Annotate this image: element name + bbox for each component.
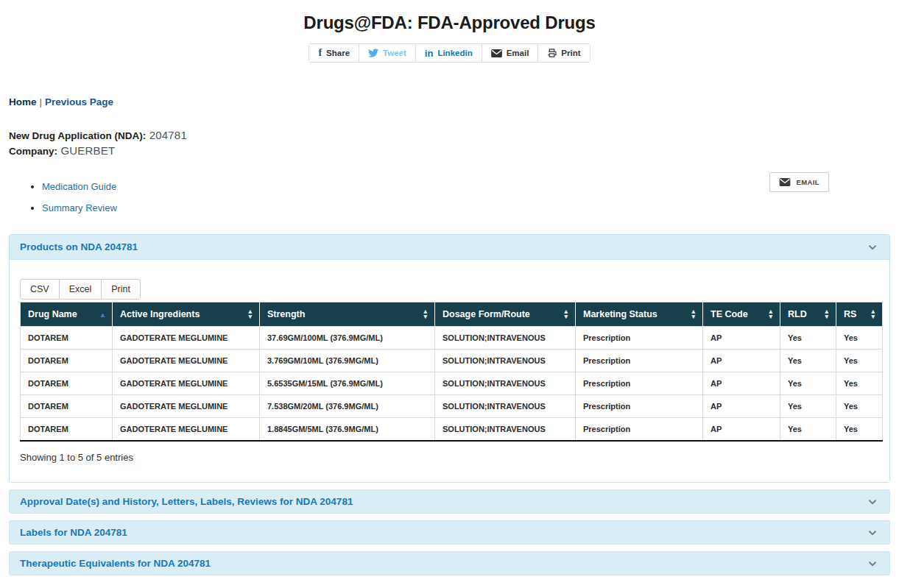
application-info: New Drug Application (NDA): 204781 Compa… — [9, 128, 890, 159]
twitter-icon — [368, 49, 378, 57]
share-label: Share — [326, 49, 350, 57]
share-linkedin-button[interactable]: in Linkedin — [416, 44, 482, 62]
table-row: DOTAREMGADOTERATE MEGLUMINE1.8845GM/5ML … — [21, 418, 883, 442]
nda-label: New Drug Application (NDA): — [9, 130, 146, 141]
nda-value: 204781 — [149, 129, 187, 141]
cell-rld: Yes — [780, 350, 836, 372]
products-panel-body: CSV Excel Print Drug Name▴Active Ingredi… — [10, 260, 889, 482]
cell-drug-name: DOTAREM — [21, 350, 113, 372]
cell-rld: Yes — [780, 327, 836, 350]
list-item: Summary Review — [42, 202, 890, 213]
column-header-drug-name[interactable]: Drug Name▴ — [21, 302, 113, 327]
accordion-labels[interactable]: Labels for NDA 204781 — [9, 520, 890, 545]
print-export-button[interactable]: Print — [101, 279, 141, 300]
column-header-marketing-status[interactable]: Marketing Status▴▾ — [576, 302, 703, 327]
sort-ascending-icon: ▴ — [101, 311, 105, 319]
company-value: GUERBET — [60, 144, 115, 157]
breadcrumb-previous-page-link[interactable]: Previous Page — [45, 96, 113, 107]
cell-rld: Yes — [780, 372, 836, 395]
table-row: DOTAREMGADOTERATE MEGLUMINE5.6535GM/15ML… — [21, 372, 883, 395]
sort-both-icon: ▴▾ — [248, 309, 252, 319]
column-header-te-code[interactable]: TE Code▴▾ — [703, 302, 780, 327]
share-twitter-button[interactable]: Tweet — [359, 44, 416, 62]
cell-dosage-form-route: SOLUTION;INTRAVENOUS — [435, 418, 576, 442]
company-label: Company: — [9, 146, 57, 157]
chevron-down-icon — [866, 241, 879, 254]
products-accordion-header[interactable]: Products on NDA 204781 — [10, 235, 889, 260]
accordion-approval-history[interactable]: Approval Date(s) and History, Letters, L… — [9, 489, 890, 514]
sort-both-icon: ▴▾ — [871, 309, 875, 319]
products-table-header-row: Drug Name▴Active Ingredients▴▾Strength▴▾… — [21, 302, 883, 327]
export-button-group: CSV Excel Print — [20, 279, 141, 300]
document-link-list: Medication Guide Summary Review — [42, 181, 890, 213]
products-panel-title: Products on NDA 204781 — [20, 241, 138, 252]
cell-te-code: AP — [703, 327, 780, 350]
cell-rs: Yes — [836, 372, 883, 395]
cell-dosage-form-route: SOLUTION;INTRAVENOUS — [435, 327, 576, 350]
linkedin-icon: in — [425, 48, 434, 59]
cell-strength: 1.8845GM/5ML (376.9MG/ML) — [260, 418, 435, 442]
breadcrumb: Home|Previous Page — [9, 96, 890, 107]
cell-marketing-status: Prescription — [576, 395, 703, 418]
column-header-rs[interactable]: RS▴▾ — [836, 302, 883, 327]
column-header-strength[interactable]: Strength▴▾ — [260, 302, 435, 327]
products-table-body: DOTAREMGADOTERATE MEGLUMINE37.69GM/100ML… — [21, 327, 883, 442]
share-print-button[interactable]: Print — [538, 44, 589, 62]
cell-marketing-status: Prescription — [576, 418, 703, 442]
cell-strength: 5.6535GM/15ML (376.9MG/ML) — [260, 372, 435, 395]
column-label: Strength — [267, 309, 305, 319]
cell-te-code: AP — [703, 350, 780, 372]
sort-both-icon: ▴▾ — [423, 309, 427, 319]
summary-review-link[interactable]: Summary Review — [42, 202, 117, 213]
facebook-icon: f — [318, 47, 322, 59]
cell-drug-name: DOTAREM — [21, 395, 113, 418]
email-icon — [491, 49, 502, 57]
cell-rs: Yes — [836, 395, 883, 418]
table-row: DOTAREMGADOTERATE MEGLUMINE37.69GM/100ML… — [21, 327, 883, 350]
cell-rld: Yes — [780, 395, 836, 418]
csv-export-button[interactable]: CSV — [20, 279, 60, 300]
email-label: Email — [507, 49, 529, 57]
cell-te-code: AP — [703, 372, 780, 395]
sort-both-icon: ▴▾ — [769, 309, 772, 319]
envelope-icon — [779, 178, 791, 186]
email-page-button[interactable]: EMAIL — [769, 172, 829, 192]
breadcrumb-home-link[interactable]: Home — [9, 96, 37, 107]
cell-te-code: AP — [703, 395, 780, 418]
column-label: Drug Name — [28, 309, 77, 319]
cell-active-ingredients: GADOTERATE MEGLUMINE — [113, 327, 260, 350]
cell-strength: 3.769GM/10ML (376.9MG/ML) — [260, 350, 435, 372]
list-item: Medication Guide — [42, 181, 890, 192]
cell-active-ingredients: GADOTERATE MEGLUMINE — [113, 418, 260, 442]
medication-guide-link[interactable]: Medication Guide — [42, 181, 116, 192]
cell-dosage-form-route: SOLUTION;INTRAVENOUS — [435, 350, 576, 372]
cell-rs: Yes — [836, 418, 883, 442]
products-table: Drug Name▴Active Ingredients▴▾Strength▴▾… — [20, 302, 883, 442]
table-row: DOTAREMGADOTERATE MEGLUMINE7.538GM/20ML … — [21, 395, 883, 418]
company-line: Company: GUERBET — [9, 144, 890, 159]
sort-both-icon: ▴▾ — [691, 309, 695, 319]
share-email-button[interactable]: Email — [482, 44, 539, 62]
column-header-active-ingredients[interactable]: Active Ingredients▴▾ — [113, 302, 260, 327]
cell-rs: Yes — [836, 350, 883, 372]
excel-export-button[interactable]: Excel — [59, 279, 102, 300]
cell-marketing-status: Prescription — [576, 372, 703, 395]
share-facebook-button[interactable]: f Share — [309, 44, 359, 62]
column-header-dosage-form-route[interactable]: Dosage Form/Route▴▾ — [435, 302, 576, 327]
sort-both-icon: ▴▾ — [825, 309, 828, 319]
column-header-rld[interactable]: RLD▴▾ — [780, 302, 836, 327]
email-page-button-label: EMAIL — [796, 178, 819, 186]
social-share-bar: f Share Tweet in Linkedin Email Print — [0, 43, 899, 63]
column-label: RLD — [788, 309, 807, 319]
cell-active-ingredients: GADOTERATE MEGLUMINE — [113, 350, 260, 372]
cell-drug-name: DOTAREM — [21, 372, 113, 395]
column-label: Dosage Form/Route — [443, 309, 530, 319]
cell-active-ingredients: GADOTERATE MEGLUMINE — [113, 372, 260, 395]
column-label: RS — [844, 309, 856, 319]
tweet-label: Tweet — [383, 49, 406, 57]
chevron-down-icon — [866, 557, 879, 570]
chevron-down-icon — [866, 495, 879, 509]
cell-drug-name: DOTAREM — [21, 418, 113, 442]
accordion-therapeutic-equivalents[interactable]: Therapeutic Equivalents for NDA 204781 — [9, 551, 890, 575]
accordion-title: Labels for NDA 204781 — [20, 527, 127, 538]
